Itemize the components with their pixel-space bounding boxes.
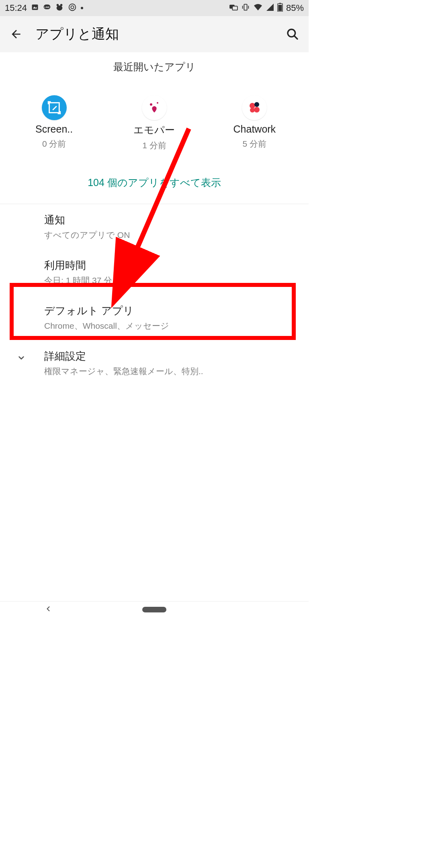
line-icon: LINE — [43, 3, 51, 13]
app-icon-chatwork — [242, 95, 267, 120]
setting-default-apps[interactable]: デフォルト アプリ Chrome、Whoscall、メッセージ — [0, 295, 309, 340]
nav-back-button[interactable] — [44, 605, 52, 614]
setting-title: 利用時間 — [44, 258, 301, 272]
battery-icon — [277, 3, 283, 14]
wifi-icon — [253, 3, 263, 13]
search-icon — [286, 28, 299, 41]
app-name-label: Screen.. — [35, 123, 73, 135]
svg-rect-11 — [244, 4, 247, 10]
signal-icon — [266, 3, 274, 13]
svg-point-29 — [254, 107, 260, 113]
svg-text:LINE: LINE — [44, 6, 49, 8]
setting-title: デフォルト アプリ — [44, 304, 301, 318]
svg-point-25 — [157, 102, 158, 104]
status-right: 85% — [229, 3, 304, 14]
setting-screen-time[interactable]: 利用時間 今日: 1 時間 37 分 — [0, 250, 309, 295]
setting-subtitle: 今日: 1 時間 37 分 — [44, 275, 301, 286]
setting-subtitle: Chrome、Whoscall、メッセージ — [44, 320, 301, 332]
at-icon — [68, 3, 77, 14]
recent-app-emopa[interactable]: エモパー 1 分前 — [114, 95, 194, 151]
arrow-back-icon — [10, 28, 23, 41]
recent-app-screenshot[interactable]: Screen.. 0 分前 — [14, 95, 94, 151]
app-time-label: 5 分前 — [243, 138, 267, 149]
setting-title: 詳細設定 — [44, 349, 301, 363]
translate-icon — [229, 4, 238, 13]
more-notifications-icon — [81, 7, 83, 9]
svg-rect-21 — [48, 101, 49, 104]
status-left: 15:24 LINE — [5, 3, 83, 14]
setting-notifications[interactable]: 通知 すべてのアプリで ON — [0, 204, 309, 250]
search-button[interactable] — [285, 26, 301, 42]
setting-subtitle: すべてのアプリで ON — [44, 229, 301, 241]
svg-point-7 — [69, 4, 76, 10]
app-bar: アプリと通知 — [0, 16, 309, 52]
svg-point-26 — [250, 103, 255, 108]
svg-point-8 — [71, 6, 74, 8]
setting-title: 通知 — [44, 213, 301, 227]
status-time: 15:24 — [5, 3, 27, 13]
recent-apps-section: 最近開いたアプリ Screen.. 0 分前 エモパー 1 分前 — [0, 52, 309, 204]
bear-icon — [55, 3, 64, 14]
svg-point-24 — [150, 103, 152, 106]
svg-point-6 — [57, 5, 63, 10]
back-button[interactable] — [8, 26, 24, 42]
battery-percent: 85% — [286, 3, 304, 13]
recent-apps-row: Screen.. 0 分前 エモパー 1 分前 Chatwork 5 分前 — [0, 95, 309, 166]
app-icon-emopa — [142, 95, 167, 120]
setting-subtitle: 権限マネージャ、緊急速報メール、特別.. — [44, 366, 301, 377]
system-nav-bar — [0, 601, 309, 617]
status-bar: 15:24 LINE 85% — [0, 0, 309, 16]
app-time-label: 1 分前 — [142, 140, 166, 151]
recent-apps-heading: 最近開いたアプリ — [0, 60, 309, 74]
gallery-icon — [31, 3, 39, 13]
see-all-apps-button[interactable]: 104 個のアプリをすべて表示 — [0, 166, 309, 201]
svg-rect-23 — [59, 111, 61, 115]
chevron-down-icon — [16, 352, 27, 364]
app-name-label: エモパー — [133, 123, 175, 137]
svg-rect-10 — [232, 6, 237, 10]
setting-advanced[interactable]: 詳細設定 権限マネージャ、緊急速報メール、特別.. — [0, 340, 309, 386]
svg-point-27 — [254, 102, 259, 107]
page-title: アプリと通知 — [35, 25, 273, 43]
app-name-label: Chatwork — [233, 123, 276, 135]
svg-rect-16 — [278, 5, 282, 11]
vibrate-icon — [241, 3, 250, 14]
recent-app-chatwork[interactable]: Chatwork 5 分前 — [214, 95, 295, 151]
svg-line-18 — [294, 36, 297, 39]
nav-home-pill[interactable] — [142, 607, 166, 612]
app-time-label: 0 分前 — [42, 138, 66, 149]
app-icon-screenshot — [42, 95, 67, 120]
